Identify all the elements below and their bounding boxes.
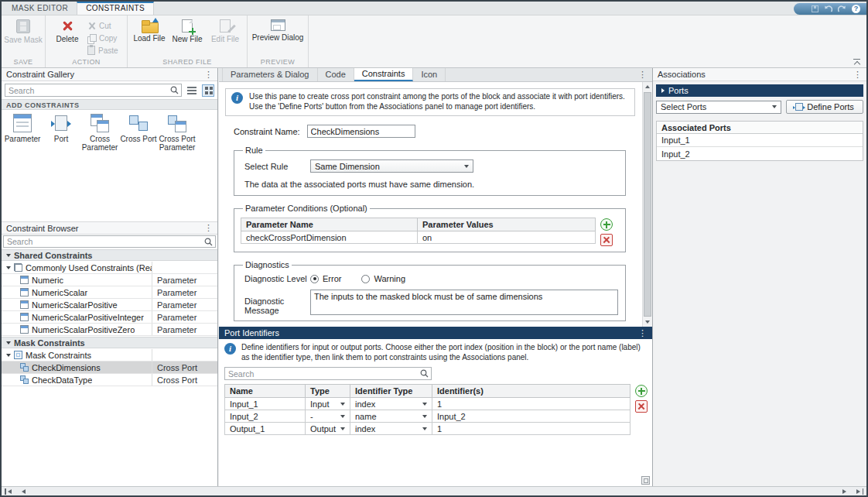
diagnostic-message-label: Diagnostic Message xyxy=(241,290,310,315)
ports-controls: Select Ports Define Ports xyxy=(656,100,863,114)
parameter-condition-row[interactable]: checkCrossPortDimension on xyxy=(241,231,596,244)
list-view-icon[interactable] xyxy=(186,84,198,97)
vertical-scrollbar[interactable] xyxy=(642,82,652,327)
preview-dialog-button[interactable]: Preview Dialog xyxy=(251,16,304,42)
scroll-up-icon[interactable] xyxy=(643,82,652,91)
port-identifiers-title: Port Identifiers xyxy=(224,328,638,338)
chevron-down-icon xyxy=(772,105,777,108)
delete-port-identifier-button[interactable] xyxy=(635,400,648,413)
select-ports-dropdown[interactable]: Select Ports xyxy=(656,101,781,114)
cut-button[interactable]: Cut xyxy=(87,20,123,31)
type-combo[interactable]: Output xyxy=(310,424,345,434)
grid-view-icon[interactable] xyxy=(202,84,214,97)
collapse-caret-icon xyxy=(6,254,11,257)
delete-condition-button[interactable] xyxy=(600,234,613,246)
scrollbar-thumb[interactable] xyxy=(644,92,651,317)
load-file-button[interactable]: Load File xyxy=(132,16,167,43)
associated-port-row[interactable]: Input_1 xyxy=(657,134,863,147)
select-rule-dropdown[interactable]: Same Dimension xyxy=(310,159,473,173)
identifier-type-combo[interactable]: index xyxy=(355,424,427,434)
browser-search-input[interactable] xyxy=(4,236,204,247)
scroll-down-icon[interactable] xyxy=(643,317,652,327)
scroll-left-icon[interactable] xyxy=(19,488,26,495)
port-identifier-row[interactable]: Input_2 - name Input_2 xyxy=(225,410,630,423)
constraint-row[interactable]: NumericScalarPositiveZero Parameter xyxy=(2,324,217,336)
save-mask-button[interactable]: Save Mask xyxy=(5,16,41,44)
parameter-conditions-legend: Parameter Conditions (Optional) xyxy=(243,204,370,213)
search-icon xyxy=(204,238,213,246)
tree-group-row[interactable]: Mask Constraints xyxy=(2,349,217,362)
new-file-button[interactable]: New File xyxy=(169,16,205,43)
tab-icon[interactable]: Icon xyxy=(413,68,446,81)
shared-constraints-section[interactable]: Shared Constraints xyxy=(2,249,217,261)
tab-constraints[interactable]: Constraints xyxy=(354,68,414,81)
constraint-row-checkdatatype[interactable]: CheckDataType Cross Port xyxy=(2,374,217,386)
quick-save-icon[interactable] xyxy=(812,5,818,12)
add-port-identifier-button[interactable] xyxy=(635,385,648,397)
gallery-item-cross-port[interactable]: Cross Port xyxy=(119,111,158,163)
gallery-item-port[interactable]: Port xyxy=(42,111,80,163)
scroll-corner-icon[interactable] xyxy=(641,476,650,485)
edit-file-button[interactable]: Edit File xyxy=(207,16,243,43)
associations-menu-icon[interactable] xyxy=(853,70,862,80)
identifier-type-combo[interactable]: index xyxy=(355,399,427,409)
add-constraints-section: ADD CONSTRAINTS xyxy=(2,99,217,110)
paste-button[interactable]: Paste xyxy=(87,45,123,56)
associated-port-row[interactable]: Input_2 xyxy=(657,147,863,160)
collapse-ribbon-icon[interactable] xyxy=(853,59,861,66)
gallery-item-cross-port-parameter[interactable]: Cross Port Parameter xyxy=(158,111,196,163)
port-identifier-row[interactable]: Output_1 Output index 1 xyxy=(225,423,630,435)
editor-tabs-menu-icon[interactable] xyxy=(638,70,647,80)
radio-warning[interactable]: Warning xyxy=(361,274,405,283)
gallery-item-parameter[interactable]: Parameter xyxy=(3,111,42,163)
constraint-row[interactable]: NumericScalar Parameter xyxy=(2,286,217,299)
port-identifiers-header: Port Identifiers xyxy=(219,327,652,339)
gallery-item-cross-parameter[interactable]: Cross Parameter xyxy=(80,111,119,163)
scroll-to-end-icon[interactable] xyxy=(856,488,863,495)
constraint-row[interactable]: NumericScalarPositive Parameter xyxy=(2,299,217,311)
tree-group-row[interactable]: Commonly Used Constraints (Read-Only) xyxy=(2,262,217,274)
radio-button-icon[interactable] xyxy=(361,275,370,283)
tab-constraints[interactable]: CONSTRAINTS xyxy=(77,2,154,15)
constraint-name-row: Constraint Name: xyxy=(234,125,642,138)
mask-editor-window: MASK EDITOR CONSTRAINTS ? Save Mask xyxy=(0,0,868,497)
copy-button[interactable]: Copy xyxy=(87,33,123,43)
radio-button-icon[interactable] xyxy=(310,275,319,283)
delete-icon xyxy=(61,19,73,33)
diagnostic-message-input[interactable]: The inputs to the masked block must be o… xyxy=(310,290,618,315)
undo-icon[interactable] xyxy=(824,5,832,13)
radio-error[interactable]: Error xyxy=(310,274,341,283)
constraint-name-input[interactable] xyxy=(307,125,415,138)
type-combo[interactable]: - xyxy=(310,412,345,421)
scroll-right-icon[interactable] xyxy=(842,488,849,495)
port-identifier-row[interactable]: Input_1 Input index 1 xyxy=(225,398,630,410)
gallery-search-input[interactable] xyxy=(5,84,170,96)
browser-menu-icon[interactable] xyxy=(204,223,213,233)
constraint-row-checkdimensions[interactable]: CheckDimensions Cross Port xyxy=(2,362,217,374)
scroll-to-start-icon[interactable] xyxy=(5,488,12,495)
copy-icon xyxy=(87,34,96,43)
constraints-info-text: Use this pane to create cross port const… xyxy=(249,92,628,111)
tab-code[interactable]: Code xyxy=(318,68,354,81)
group-label-action: ACTION xyxy=(50,57,123,67)
tab-mask-editor[interactable]: MASK EDITOR xyxy=(3,2,77,15)
editor-tab-bar: Parameters & Dialog Code Constraints Ico… xyxy=(219,68,652,82)
add-condition-button[interactable] xyxy=(600,218,613,231)
tab-parameters-dialog[interactable]: Parameters & Dialog xyxy=(222,68,318,81)
constraint-row[interactable]: NumericScalarPositiveInteger Parameter xyxy=(2,311,217,324)
port-identifiers-search-input[interactable] xyxy=(225,368,420,379)
port-identifiers-info-text: Define identifiers for input or output p… xyxy=(241,343,644,362)
help-icon[interactable]: ? xyxy=(852,5,860,13)
define-ports-button[interactable]: Define Ports xyxy=(786,100,863,114)
identifier-type-combo[interactable]: name xyxy=(355,412,427,421)
constraint-row[interactable]: Numeric Parameter xyxy=(2,274,217,286)
delete-button[interactable]: Delete xyxy=(50,16,85,43)
type-combo[interactable]: Input xyxy=(310,399,345,409)
gallery-menu-icon[interactable] xyxy=(204,70,213,80)
ports-section-bar[interactable]: Ports xyxy=(656,84,863,97)
redo-icon[interactable] xyxy=(838,5,846,13)
port-identifiers-menu-icon[interactable] xyxy=(638,328,647,338)
browser-search-box xyxy=(3,235,216,248)
diagnostic-level-label: Diagnostic Level xyxy=(241,274,310,283)
mask-constraints-section[interactable]: Mask Constraints xyxy=(2,337,217,348)
